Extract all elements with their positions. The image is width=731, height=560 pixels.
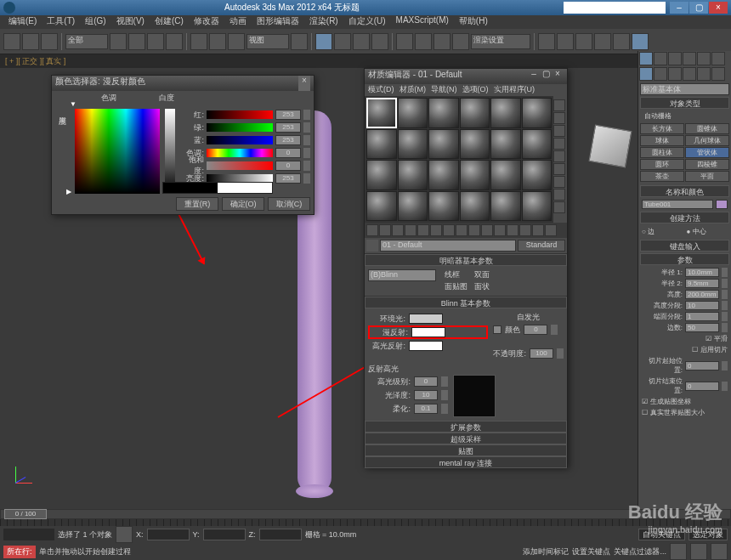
material-menu-item[interactable]: 导航(N) — [431, 84, 457, 96]
menu-item[interactable]: 动画 — [224, 15, 252, 29]
spinner[interactable] — [303, 135, 310, 145]
search-input[interactable] — [564, 2, 666, 14]
selection-filter-dropdown[interactable]: 全部 — [65, 34, 108, 49]
curve-editor-button[interactable] — [538, 33, 555, 50]
category-dropdown[interactable]: 标准基本体 — [640, 83, 729, 95]
material-slot[interactable] — [428, 160, 459, 190]
add-time-tag[interactable]: 添加时间标记 — [523, 546, 569, 557]
viewport-label[interactable]: [ + ][ 正交 ][ 真实 ] — [0, 54, 731, 68]
layers-button[interactable] — [452, 33, 469, 50]
color-value[interactable]: 0 — [275, 148, 301, 158]
param-input[interactable]: 10 — [685, 301, 719, 310]
material-side-button[interactable] — [553, 138, 565, 150]
keyboard-rollout[interactable]: 键盘输入 — [640, 240, 729, 252]
primitive-button[interactable]: 平面 — [685, 171, 729, 182]
material-tool-button[interactable] — [468, 224, 480, 236]
param-input[interactable]: 1 — [685, 312, 719, 321]
percent-snap-button[interactable] — [353, 33, 370, 50]
material-tool-button[interactable] — [417, 224, 429, 236]
spinner-snap-button[interactable] — [371, 33, 388, 50]
script-mini[interactable] — [3, 529, 54, 540]
redo-button[interactable] — [22, 33, 39, 50]
view-cube[interactable] — [589, 125, 632, 168]
material-slot[interactable] — [398, 129, 428, 160]
primitive-button[interactable]: 圆锥体 — [685, 123, 729, 134]
select-button[interactable] — [110, 33, 127, 50]
material-tool-button[interactable] — [366, 224, 378, 236]
material-side-button[interactable] — [553, 99, 565, 111]
window-crossing-button[interactable] — [166, 33, 183, 50]
name-color-rollout[interactable]: 名称和颜色 — [640, 185, 729, 197]
selfillum-value[interactable]: 0 — [524, 325, 547, 335]
select-region-button[interactable] — [147, 33, 164, 50]
move-button[interactable] — [190, 33, 207, 50]
material-editor-min[interactable]: – — [528, 69, 540, 84]
object-type-rollout[interactable]: 对象类型 — [640, 97, 729, 109]
rollout-header[interactable]: 扩展参数 — [365, 421, 567, 433]
setkey-button[interactable]: 设置关键点 — [572, 546, 610, 557]
menu-item[interactable]: 组(G) — [80, 15, 110, 29]
display-tab[interactable] — [697, 52, 711, 65]
primitive-button[interactable]: 管状体 — [685, 147, 729, 158]
play-prev-button[interactable] — [670, 543, 687, 560]
spinner[interactable] — [722, 312, 728, 321]
timeline[interactable]: 0 / 100 — [0, 509, 731, 526]
color-value[interactable]: 0 — [275, 161, 301, 171]
lights-subtab[interactable] — [668, 67, 682, 81]
link-button[interactable] — [41, 33, 58, 50]
play-next-button[interactable] — [711, 543, 728, 560]
material-slot[interactable] — [366, 191, 397, 222]
space-warps-subtab[interactable] — [711, 67, 725, 81]
material-slot[interactable] — [490, 98, 521, 128]
material-slot[interactable] — [460, 191, 490, 222]
menu-item[interactable]: 工具(T) — [42, 15, 80, 29]
helpers-subtab[interactable] — [697, 67, 711, 81]
rollout-header[interactable]: mental ray 连接 — [365, 456, 567, 468]
ref-coord-dropdown[interactable]: 视图 — [246, 34, 289, 49]
named-sel-button[interactable] — [396, 33, 413, 50]
material-slot[interactable] — [522, 129, 552, 160]
shader-rollout-header[interactable]: 明暗器基本参数 — [365, 254, 567, 266]
material-menu-item[interactable]: 材质(M) — [400, 84, 427, 96]
value-slider[interactable] — [165, 109, 175, 194]
maximize-button[interactable]: ▢ — [689, 2, 708, 14]
minimize-button[interactable]: – — [670, 2, 688, 14]
menu-item[interactable]: 帮助(H) — [454, 15, 493, 29]
material-tool-button[interactable] — [507, 224, 518, 236]
material-tool-button[interactable] — [392, 224, 404, 236]
params-rollout[interactable]: 参数 — [640, 253, 729, 265]
spinner[interactable] — [303, 122, 310, 133]
color-gradient[interactable] — [75, 109, 160, 194]
material-slot[interactable] — [522, 191, 552, 222]
material-slot[interactable] — [522, 98, 552, 128]
primitive-button[interactable]: 圆柱体 — [640, 147, 684, 158]
color-slider[interactable] — [207, 123, 273, 132]
render-preset-dropdown[interactable]: 渲染设置 — [471, 34, 530, 49]
menu-item[interactable]: 图形编辑器 — [252, 15, 304, 29]
spinner[interactable] — [303, 110, 310, 120]
z-input[interactable] — [259, 529, 302, 540]
spinner[interactable] — [722, 279, 728, 288]
motion-tab[interactable] — [683, 52, 696, 65]
material-tool-button[interactable] — [532, 224, 544, 236]
color-swatch[interactable] — [162, 182, 273, 194]
x-input[interactable] — [147, 529, 190, 540]
primitive-button[interactable]: 四棱锥 — [685, 159, 729, 170]
opacity-value[interactable]: 100 — [530, 348, 553, 359]
spinner[interactable] — [303, 161, 310, 171]
param-input[interactable]: 10.0mm — [685, 268, 719, 277]
material-tool-button[interactable] — [519, 224, 531, 236]
material-slot[interactable] — [490, 160, 521, 190]
reset-button[interactable]: 重置(R) — [176, 197, 218, 211]
material-side-button[interactable] — [553, 201, 565, 213]
material-side-button[interactable] — [553, 176, 565, 188]
material-editor-close[interactable]: × — [552, 69, 564, 84]
color-value[interactable]: 253 — [275, 135, 301, 145]
material-menu-item[interactable]: 实用程序(U) — [494, 84, 536, 96]
color-slider[interactable] — [207, 149, 273, 157]
spinner[interactable] — [722, 290, 728, 299]
undo-button[interactable] — [3, 33, 20, 50]
diffuse-swatch[interactable] — [411, 327, 445, 337]
material-editor-button[interactable] — [575, 33, 592, 50]
material-tool-button[interactable] — [430, 224, 442, 236]
